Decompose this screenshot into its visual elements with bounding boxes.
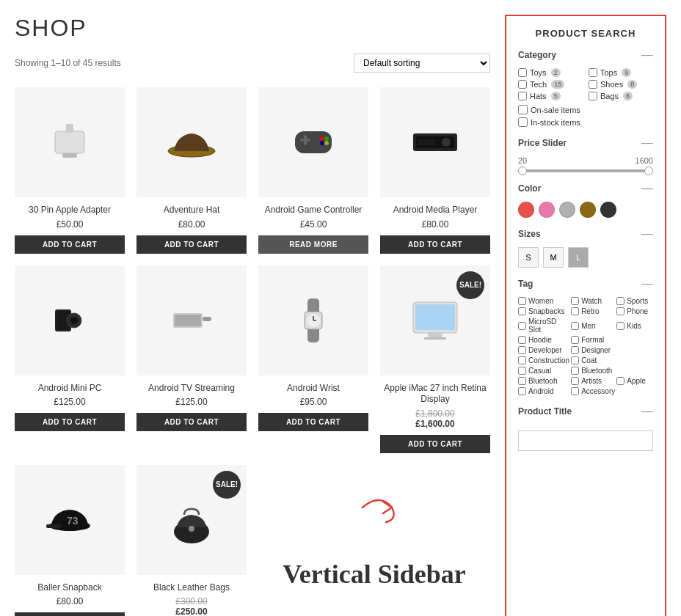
tag-checkbox[interactable] xyxy=(616,377,624,385)
tag-item: Developer xyxy=(518,346,569,354)
tag-checkbox[interactable] xyxy=(571,346,579,354)
category-count: 8 xyxy=(627,80,637,89)
tag-item: Formal xyxy=(571,336,615,344)
product-card: Android Mini PC £125.00 ADD TO CART xyxy=(15,265,125,453)
category-checkbox[interactable] xyxy=(589,80,597,89)
product-card: Android Media Player £80.00 ADD TO CART xyxy=(380,87,490,254)
svg-rect-22 xyxy=(203,317,211,321)
category-toggle[interactable]: — xyxy=(641,49,653,61)
tag-checkbox[interactable] xyxy=(571,336,579,344)
category-count: 6 xyxy=(623,92,633,100)
tag-item: Casual xyxy=(518,367,569,375)
category-name: Bags xyxy=(600,92,619,100)
product-image: SALE! xyxy=(380,265,490,375)
tag-checkbox[interactable] xyxy=(518,377,526,385)
color-swatch[interactable] xyxy=(539,202,555,218)
sizes-toggle[interactable]: — xyxy=(641,228,653,240)
tag-label: Retro xyxy=(581,307,599,315)
tag-checkbox[interactable] xyxy=(571,377,579,385)
category-checkbox[interactable] xyxy=(518,68,527,77)
category-checkbox-item: Hats5 xyxy=(518,92,583,100)
color-swatch[interactable] xyxy=(559,202,575,218)
color-swatch[interactable] xyxy=(600,202,616,218)
sort-select[interactable]: Default sorting Sort by popularity Sort … xyxy=(354,54,490,73)
price-slider-thumb-left[interactable] xyxy=(518,166,527,175)
price-toggle[interactable]: — xyxy=(641,137,653,149)
category-checkbox[interactable] xyxy=(589,92,597,100)
tag-label: Tag xyxy=(518,279,533,289)
price-slider-track[interactable] xyxy=(518,169,653,172)
tag-item: Construction xyxy=(518,356,569,364)
tag-checkbox[interactable] xyxy=(571,297,579,305)
read-more-button[interactable]: READ MORE xyxy=(258,235,368,254)
color-toggle[interactable]: — xyxy=(641,183,653,194)
price-slider-thumb-right[interactable] xyxy=(644,166,653,175)
tag-label: Developer xyxy=(528,346,562,354)
product-price: £45.00 xyxy=(258,219,368,230)
category-checkbox[interactable] xyxy=(518,80,527,89)
product-name: Android Wrist xyxy=(258,383,368,395)
tag-item: Coat xyxy=(571,356,615,364)
product-title-input[interactable] xyxy=(518,430,653,451)
product-card: Android Game Controller £45.00 READ MORE xyxy=(258,87,368,254)
category-count: 15 xyxy=(551,80,564,89)
in-stock-checkbox[interactable] xyxy=(518,117,528,127)
tag-item: Artists xyxy=(571,377,615,385)
arrow-icon xyxy=(345,485,404,529)
size-button[interactable]: M xyxy=(543,247,564,268)
product-title-toggle[interactable]: — xyxy=(641,406,653,417)
add-to-cart-button[interactable]: ADD TO CART xyxy=(15,612,125,616)
category-checkbox[interactable] xyxy=(589,68,597,77)
tag-checkbox[interactable] xyxy=(518,346,526,354)
tag-checkbox[interactable] xyxy=(518,367,526,375)
on-sale-checkbox[interactable] xyxy=(518,105,528,114)
size-button[interactable]: L xyxy=(568,247,589,268)
tag-checkbox[interactable] xyxy=(616,297,624,305)
svg-point-8 xyxy=(320,136,324,141)
tag-checkbox[interactable] xyxy=(518,387,526,395)
tag-checkbox[interactable] xyxy=(571,307,579,315)
tag-label: Construction xyxy=(528,356,569,364)
category-checkbox-item: Tops9 xyxy=(589,68,653,77)
tag-toggle[interactable]: — xyxy=(641,278,653,290)
tag-item: Apple xyxy=(616,377,653,385)
tag-label: Formal xyxy=(581,336,604,344)
add-to-cart-button[interactable]: ADD TO CART xyxy=(258,413,368,431)
price-max: 1600 xyxy=(636,156,653,165)
add-to-cart-button[interactable]: ADD TO CART xyxy=(380,435,490,453)
tag-checkbox[interactable] xyxy=(518,356,526,364)
tag-checkbox[interactable] xyxy=(518,336,526,344)
category-checkbox-item: Tech15 xyxy=(518,80,583,89)
tag-label: Bluetooh xyxy=(528,377,557,385)
add-to-cart-button[interactable]: ADD TO CART xyxy=(380,235,490,254)
product-name: Black Leather Bags xyxy=(136,582,247,594)
tag-label: Designer xyxy=(581,346,611,354)
tag-checkbox[interactable] xyxy=(571,322,579,330)
color-swatch[interactable] xyxy=(580,202,596,218)
product-name: Baller Snapback xyxy=(15,582,125,594)
sizes-label: Sizes xyxy=(518,229,541,239)
add-to-cart-button[interactable]: ADD TO CART xyxy=(136,235,247,254)
size-button[interactable]: S xyxy=(518,247,539,268)
category-count: 9 xyxy=(622,68,631,77)
tag-checkbox[interactable] xyxy=(571,356,579,364)
product-image xyxy=(15,87,125,197)
color-swatch[interactable] xyxy=(518,202,534,218)
tag-label: Snapbacks xyxy=(528,307,564,315)
tag-checkbox[interactable] xyxy=(616,322,624,330)
tag-checkbox[interactable] xyxy=(571,387,579,395)
add-to-cart-button[interactable]: ADD TO CART xyxy=(15,235,125,254)
tag-checkbox[interactable] xyxy=(616,307,624,315)
category-checkbox[interactable] xyxy=(518,92,527,100)
product-price: £80.00 xyxy=(136,219,247,230)
tag-checkbox[interactable] xyxy=(518,297,526,305)
product-image: 73 xyxy=(15,465,125,575)
tag-checkbox[interactable] xyxy=(571,367,579,375)
category-checkbox-item: Shoes8 xyxy=(589,80,653,89)
svg-point-19 xyxy=(70,317,78,324)
category-name: Tops xyxy=(600,68,617,77)
tag-checkbox[interactable] xyxy=(518,322,526,330)
tag-checkbox[interactable] xyxy=(518,307,526,315)
add-to-cart-button[interactable]: ADD TO CART xyxy=(15,413,125,431)
add-to-cart-button[interactable]: ADD TO CART xyxy=(136,413,247,431)
